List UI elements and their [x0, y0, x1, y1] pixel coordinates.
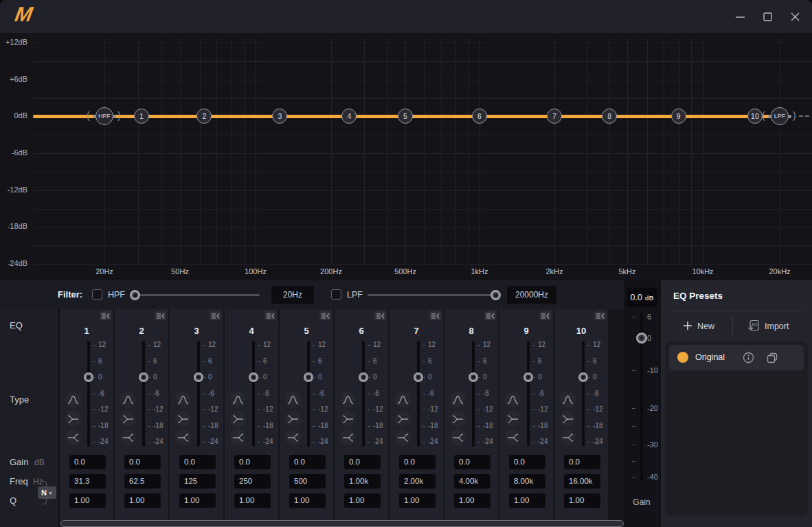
master-gain-value[interactable]: 0.0 dB	[627, 288, 657, 307]
band-collapse-button[interactable]	[319, 311, 331, 320]
band-gain-thumb[interactable]	[194, 372, 203, 382]
hpf-value[interactable]: 20Hz	[271, 286, 314, 304]
high-shelf-icon[interactable]	[560, 429, 576, 445]
peak-bell-icon[interactable]	[340, 392, 356, 407]
filter-handle[interactable]: )	[793, 110, 796, 121]
duplicate-icon[interactable]	[766, 352, 778, 363]
import-preset-button[interactable]: EQ Import	[747, 317, 789, 335]
filter-handle[interactable]: (	[87, 110, 90, 121]
peak-bell-icon[interactable]	[505, 392, 521, 407]
band-3-marker[interactable]: 3	[272, 109, 287, 124]
band-q-input[interactable]: 1.00	[454, 493, 490, 508]
hpf-checkbox[interactable]	[92, 289, 102, 300]
high-shelf-icon[interactable]	[120, 429, 136, 445]
band-gain-input[interactable]: 0.0	[289, 455, 326, 469]
band-collapse-button[interactable]	[484, 311, 496, 320]
band-gain-input[interactable]: 0.0	[124, 455, 161, 469]
band-collapse-button[interactable]	[264, 311, 276, 320]
band-7-marker[interactable]: 7	[547, 109, 562, 124]
low-shelf-icon[interactable]	[65, 411, 81, 427]
lpf-slider-thumb[interactable]	[490, 290, 501, 300]
band-4-marker[interactable]: 4	[341, 109, 357, 124]
low-shelf-icon[interactable]	[560, 411, 576, 427]
band-collapse-button[interactable]	[100, 311, 111, 320]
band-gain-slider[interactable]	[417, 341, 420, 447]
peak-bell-icon[interactable]	[560, 392, 576, 407]
high-shelf-icon[interactable]	[340, 429, 356, 445]
minimize-icon[interactable]	[730, 7, 749, 26]
band-gain-thumb[interactable]	[139, 372, 148, 382]
band-collapse-button[interactable]	[594, 311, 606, 320]
band-freq-input[interactable]: 62.5	[124, 474, 161, 489]
high-shelf-icon[interactable]	[395, 429, 411, 445]
band-freq-input[interactable]: 4.00k	[454, 474, 490, 489]
band-8-marker[interactable]: 8	[602, 109, 617, 124]
band-collapse-button[interactable]	[155, 311, 166, 320]
band-collapse-button[interactable]	[539, 311, 551, 320]
band-freq-input[interactable]: 250	[234, 474, 271, 489]
band-gain-input[interactable]: 0.0	[234, 455, 271, 469]
band-gain-thumb[interactable]	[523, 372, 533, 382]
peak-bell-icon[interactable]	[395, 392, 411, 407]
info-icon[interactable]	[743, 352, 754, 363]
band-gain-thumb[interactable]	[304, 372, 313, 382]
band-gain-input[interactable]: 0.0	[69, 455, 106, 469]
peak-bell-icon[interactable]	[230, 392, 246, 407]
band-freq-input[interactable]: 8.00k	[509, 474, 545, 489]
band-gain-input[interactable]: 0.0	[454, 455, 490, 469]
lpf-frequency-slider[interactable]	[368, 289, 500, 300]
band-q-input[interactable]: 1.00	[564, 493, 600, 508]
peak-bell-icon[interactable]	[175, 392, 191, 407]
band-freq-input[interactable]: 1.00k	[344, 474, 381, 489]
band-gain-thumb[interactable]	[469, 372, 478, 382]
low-shelf-icon[interactable]	[230, 411, 246, 427]
band-q-input[interactable]: 1.00	[509, 493, 545, 508]
band-2-marker[interactable]: 2	[196, 109, 212, 124]
band-gain-thumb[interactable]	[414, 372, 423, 382]
lpf-marker[interactable]: LPF	[771, 107, 789, 125]
peak-bell-icon[interactable]	[285, 392, 301, 407]
band-gain-input[interactable]: 0.0	[564, 455, 600, 469]
band-gain-slider[interactable]	[252, 341, 255, 447]
band-1-marker[interactable]: 1	[134, 109, 149, 124]
band-9-marker[interactable]: 9	[671, 109, 686, 124]
q-mode-dropdown[interactable]: N ▼	[38, 486, 56, 499]
master-gain-thumb[interactable]	[636, 333, 647, 344]
band-q-input[interactable]: 1.00	[289, 493, 326, 508]
low-shelf-icon[interactable]	[175, 411, 191, 427]
band-gain-slider[interactable]	[197, 341, 200, 447]
band-collapse-button[interactable]	[429, 311, 441, 320]
band-freq-input[interactable]: 125	[179, 474, 216, 489]
band-q-input[interactable]: 1.00	[124, 493, 161, 508]
new-preset-button[interactable]: New	[683, 317, 714, 335]
low-shelf-icon[interactable]	[395, 411, 411, 427]
low-shelf-icon[interactable]	[505, 411, 521, 427]
low-shelf-icon[interactable]	[285, 411, 301, 427]
band-freq-input[interactable]: 2.00k	[399, 474, 436, 489]
peak-bell-icon[interactable]	[450, 392, 466, 407]
high-shelf-icon[interactable]	[65, 429, 81, 445]
band-freq-input[interactable]: 16.00k	[564, 474, 600, 489]
band-10-marker[interactable]: 10	[747, 109, 763, 124]
band-gain-input[interactable]: 0.0	[179, 455, 216, 469]
band-q-input[interactable]: 1.00	[179, 493, 216, 508]
band-gain-input[interactable]: 0.0	[399, 455, 436, 469]
peak-bell-icon[interactable]	[120, 392, 136, 407]
band-q-input[interactable]: 1.00	[69, 493, 106, 508]
low-shelf-icon[interactable]	[340, 411, 356, 427]
close-icon[interactable]	[785, 7, 804, 26]
band-gain-thumb[interactable]	[84, 372, 93, 382]
peak-bell-icon[interactable]	[65, 392, 81, 407]
low-shelf-icon[interactable]	[120, 411, 136, 427]
hpf-frequency-slider[interactable]	[131, 289, 260, 300]
band-gain-slider[interactable]	[307, 341, 310, 447]
band-collapse-button[interactable]	[374, 311, 386, 320]
high-shelf-icon[interactable]	[285, 429, 301, 445]
lpf-checkbox[interactable]	[331, 289, 341, 300]
band-q-input[interactable]: 1.00	[234, 493, 271, 508]
band-gain-thumb[interactable]	[249, 372, 258, 382]
band-gain-slider[interactable]	[87, 341, 90, 447]
preset-item[interactable]: Original	[669, 345, 804, 370]
band-gain-thumb[interactable]	[359, 372, 368, 382]
band-q-input[interactable]: 1.00	[344, 493, 381, 508]
